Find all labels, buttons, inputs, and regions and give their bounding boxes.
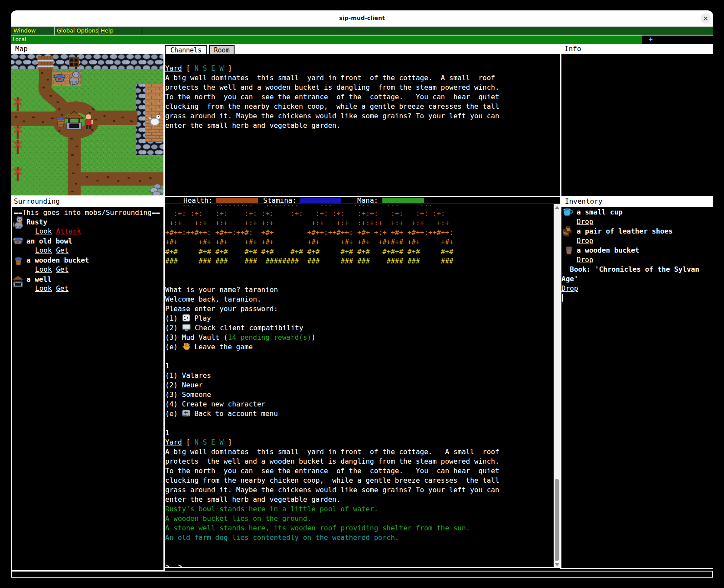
surrounding-item-name: a well <box>26 275 52 284</box>
inventory-item-name: Book: 'Chronicles of the Sylvan <box>561 265 699 274</box>
menu-bar-filler <box>142 26 713 35</box>
terminal-scrollbar[interactable] <box>554 204 560 568</box>
text-cursor <box>562 294 563 302</box>
look-link[interactable]: Look <box>35 246 52 254</box>
map-graphic <box>11 54 163 195</box>
health-bar <box>216 198 258 203</box>
attack-link[interactable]: Attack <box>56 227 81 235</box>
look-link[interactable]: Look <box>35 284 52 292</box>
text-line: To the north you can see the entrance of… <box>165 466 548 476</box>
text-line: :+: :+: :+: :+: :+: :+: :+: :+: :+:+: :+… <box>165 209 548 218</box>
add-session-button[interactable]: + <box>646 36 655 44</box>
text-line <box>165 543 548 552</box>
stamina-bar <box>300 198 341 203</box>
status-bar-row: Health: Stamina: Mana: <box>165 196 560 205</box>
info-panel-title: Info <box>564 44 581 54</box>
inventory-item-name: a wooden bucket <box>577 246 639 255</box>
surrounding-item-name: Rusty <box>26 218 47 227</box>
mana-bar <box>382 198 424 203</box>
text-line: An old farm dog lies contentedly on the … <box>165 533 548 543</box>
menu-bar: WindowGlobal OptionsHelp <box>11 26 713 36</box>
text-line: clucking from the nearby chicken coop, w… <box>165 102 499 111</box>
text-line: A big well dominates this small yard in … <box>165 73 499 83</box>
header-band <box>11 44 713 54</box>
die-icon <box>182 314 190 322</box>
menu-item-window[interactable]: Window <box>11 26 55 35</box>
text-line: ::: ::::::::: :::::::: ::: :::: ::: ::: <box>165 204 548 209</box>
text-line: (3) Someone <box>165 390 548 400</box>
text-line: grass around it. Maybe the chickens woul… <box>165 485 548 495</box>
window-title: sip-mud-client <box>11 10 713 26</box>
get-link[interactable]: Get <box>56 265 68 273</box>
surrounding-item-name: an old bowl <box>26 237 72 246</box>
text-line: protects the well and a wooden bucket is… <box>165 83 499 92</box>
text-line: enter the small herb and vegetable garde… <box>165 121 499 130</box>
text-line: clucking from the nearby chicken coop, w… <box>165 476 548 485</box>
mana-label: Mana: <box>357 197 378 204</box>
menu-item-help[interactable]: Help <box>98 26 142 35</box>
back-icon: BACK <box>182 409 190 417</box>
text-line: (e) Leave the game <box>165 342 548 352</box>
map-panel-title: Map <box>15 44 28 54</box>
text-line: What is your name? taranion <box>165 285 548 295</box>
text-line: grass around it. Maybe the chickens woul… <box>165 111 499 121</box>
look-link[interactable]: Look <box>35 265 52 273</box>
inventory-item-actions: Drop <box>561 284 578 293</box>
drop-link[interactable]: Drop <box>561 284 578 292</box>
stamina-label: Stamina: <box>263 197 297 204</box>
map-bucket-sprite <box>57 117 65 127</box>
drop-link[interactable]: Drop <box>577 256 594 264</box>
get-link[interactable]: Get <box>56 284 68 292</box>
map-chicken-pen <box>136 84 163 155</box>
tab-channels[interactable]: Channels <box>165 45 207 55</box>
session-tab-bar: Local + <box>11 36 713 44</box>
inventory-panel: a small cupDropa pair of leather shoesDr… <box>561 207 713 569</box>
svg-text:BACK: BACK <box>183 414 189 416</box>
session-tab-local[interactable]: Local <box>11 36 642 44</box>
cup-icon <box>563 208 574 216</box>
title-bar: sip-mud-client × <box>11 10 713 26</box>
surrounding-item-name: a wooden bucket <box>26 256 89 265</box>
inventory-item-name: a small cup <box>577 208 623 217</box>
text-line: Welcome back, taranion. <box>165 295 548 304</box>
map-window <box>69 57 79 67</box>
room-view[interactable]: Yard [ N S E W ]A big well dominates thi… <box>165 54 560 196</box>
tab-room[interactable]: Room <box>209 45 235 55</box>
map-gate <box>37 56 54 71</box>
text-line: Rusty's bowl stands here in a little poo… <box>165 504 548 514</box>
menu-item-global-options[interactable]: Global Options <box>55 26 98 35</box>
inventory-item-name: a pair of leather shoes <box>577 227 673 236</box>
text-line <box>165 276 548 285</box>
text-line: (1) Valares <box>165 371 548 380</box>
scroll-up-arrow[interactable] <box>555 206 559 209</box>
text-line: A wooden bucket lies on the ground. <box>165 514 548 523</box>
look-link[interactable]: Look <box>35 227 52 235</box>
command-input[interactable] <box>11 571 713 578</box>
surrounding-item-actions: Look Get <box>35 265 68 274</box>
surrounding-item-actions: Look Get <box>35 246 68 255</box>
get-link[interactable]: Get <box>56 246 68 254</box>
text-line: +:+ +:+ +:+ +:+ +:+ +:+ +:+ :+:+:+ +:+ +… <box>165 218 548 228</box>
text-line: #+# #+# #+# #+# #+# #+# #+# #+# #+# #+#+… <box>165 247 548 257</box>
close-button[interactable]: × <box>701 13 711 23</box>
drop-link[interactable]: Drop <box>577 218 594 226</box>
scrollbar-thumb[interactable] <box>555 479 559 561</box>
text-line: +#++:++#++: +#++:++#: +#+ +#++:++#++: +#… <box>165 228 548 237</box>
text-line: Please enter your password: <box>165 304 548 314</box>
text-line: A big well dominates this small yard in … <box>165 447 548 457</box>
health-label: Health: <box>183 197 212 204</box>
drop-link[interactable]: Drop <box>577 237 594 245</box>
scroll-down-arrow[interactable] <box>555 563 559 566</box>
text-line: 1 <box>165 428 548 438</box>
well-icon <box>12 275 24 287</box>
text-line <box>165 266 548 276</box>
text-line: A stone well stands here, its wooden roo… <box>165 523 548 533</box>
text-line: (2) Check client compatibility <box>165 323 548 333</box>
text-line: +#+ +#+ +#+ +#+ +#+ +#+ +#+ +#+ +#+#+# +… <box>165 237 548 247</box>
terminal-output[interactable]: ::: ::::::::: :::::::: ::: :::: ::: ::: … <box>165 204 560 568</box>
text-line: Yard [ N S E W ] <box>165 64 499 73</box>
shoes-icon <box>562 225 574 237</box>
text-line: (2) Neuer <box>165 380 548 390</box>
inventory-panel-title: Inventory <box>565 197 603 206</box>
text-line: Yard [ N S E W ] <box>165 438 548 447</box>
